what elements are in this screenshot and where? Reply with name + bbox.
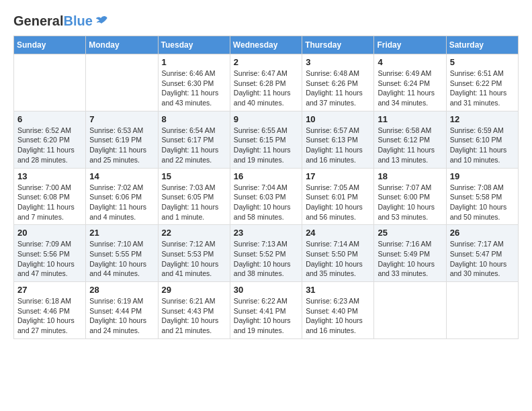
day-number: 20 [17,228,82,238]
day-info: Sunrise: 7:13 AM Sunset: 5:52 PM Dayligh… [234,239,298,279]
calendar-cell: 5Sunrise: 6:51 AM Sunset: 6:22 PM Daylig… [446,54,518,111]
weekday-header-sunday: Sunday [14,36,86,54]
day-info: Sunrise: 6:19 AM Sunset: 4:44 PM Dayligh… [89,296,154,336]
day-number: 18 [378,171,442,181]
day-info: Sunrise: 7:08 AM Sunset: 5:58 PM Dayligh… [450,183,515,222]
calendar-header-row: SundayMondayTuesdayWednesdayThursdayFrid… [14,36,519,54]
day-info: Sunrise: 6:59 AM Sunset: 6:10 PM Dayligh… [450,126,515,165]
calendar-week-row: 13Sunrise: 7:00 AM Sunset: 6:08 PM Dayli… [14,168,519,225]
calendar-cell [86,54,158,111]
calendar-cell: 17Sunrise: 7:05 AM Sunset: 6:01 PM Dayli… [302,168,374,225]
calendar-cell: 3Sunrise: 6:48 AM Sunset: 6:26 PM Daylig… [302,54,374,111]
weekday-header-tuesday: Tuesday [158,36,230,54]
day-info: Sunrise: 6:57 AM Sunset: 6:13 PM Dayligh… [306,126,370,165]
day-info: Sunrise: 6:49 AM Sunset: 6:24 PM Dayligh… [378,68,442,108]
logo-general-text: GeneralBlue [13,13,93,29]
day-number: 1 [162,57,226,67]
calendar-cell: 12Sunrise: 6:59 AM Sunset: 6:10 PM Dayli… [446,111,518,168]
day-number: 8 [162,114,226,124]
day-number: 9 [234,114,298,124]
calendar-cell [374,282,446,339]
calendar-cell [446,282,518,339]
day-number: 5 [450,57,515,67]
day-number: 16 [234,171,298,181]
calendar-cell: 1Sunrise: 6:46 AM Sunset: 6:30 PM Daylig… [158,54,230,111]
day-info: Sunrise: 6:51 AM Sunset: 6:22 PM Dayligh… [450,68,515,108]
day-info: Sunrise: 7:16 AM Sunset: 5:49 PM Dayligh… [378,239,442,279]
calendar-week-row: 1Sunrise: 6:46 AM Sunset: 6:30 PM Daylig… [14,54,519,111]
day-number: 6 [17,114,82,124]
weekday-header-wednesday: Wednesday [230,36,302,54]
calendar-cell: 19Sunrise: 7:08 AM Sunset: 5:58 PM Dayli… [446,168,518,225]
calendar-cell: 15Sunrise: 7:03 AM Sunset: 6:05 PM Dayli… [158,168,230,225]
day-number: 4 [378,57,442,67]
calendar-cell: 8Sunrise: 6:54 AM Sunset: 6:17 PM Daylig… [158,111,230,168]
calendar-cell: 9Sunrise: 6:55 AM Sunset: 6:15 PM Daylig… [230,111,302,168]
day-info: Sunrise: 7:10 AM Sunset: 5:55 PM Dayligh… [89,239,154,279]
day-number: 23 [234,228,298,238]
calendar-cell [14,54,86,111]
calendar-cell: 24Sunrise: 7:14 AM Sunset: 5:50 PM Dayli… [302,225,374,282]
day-info: Sunrise: 7:09 AM Sunset: 5:56 PM Dayligh… [17,239,82,279]
day-info: Sunrise: 7:05 AM Sunset: 6:01 PM Dayligh… [306,183,370,222]
logo: GeneralBlue [13,13,109,29]
day-number: 2 [234,57,298,67]
weekday-header-monday: Monday [86,36,158,54]
day-info: Sunrise: 6:53 AM Sunset: 6:19 PM Dayligh… [89,126,154,165]
calendar-cell: 27Sunrise: 6:18 AM Sunset: 4:46 PM Dayli… [14,282,86,339]
day-info: Sunrise: 7:12 AM Sunset: 5:53 PM Dayligh… [162,239,226,279]
day-number: 15 [162,171,226,181]
calendar-week-row: 27Sunrise: 6:18 AM Sunset: 4:46 PM Dayli… [14,282,519,339]
calendar-cell: 14Sunrise: 7:02 AM Sunset: 6:06 PM Dayli… [86,168,158,225]
day-number: 13 [17,171,82,181]
page-header: GeneralBlue [13,13,519,29]
day-number: 17 [306,171,370,181]
calendar-cell: 23Sunrise: 7:13 AM Sunset: 5:52 PM Dayli… [230,225,302,282]
day-info: Sunrise: 7:04 AM Sunset: 6:03 PM Dayligh… [234,183,298,222]
day-info: Sunrise: 6:55 AM Sunset: 6:15 PM Dayligh… [234,126,298,165]
calendar-cell: 2Sunrise: 6:47 AM Sunset: 6:28 PM Daylig… [230,54,302,111]
day-info: Sunrise: 6:52 AM Sunset: 6:20 PM Dayligh… [17,126,82,165]
day-number: 12 [450,114,515,124]
day-number: 26 [450,228,515,238]
day-number: 29 [162,285,226,295]
day-number: 3 [306,57,370,67]
calendar-cell: 16Sunrise: 7:04 AM Sunset: 6:03 PM Dayli… [230,168,302,225]
day-number: 28 [89,285,154,295]
day-number: 25 [378,228,442,238]
day-info: Sunrise: 7:07 AM Sunset: 6:00 PM Dayligh… [378,183,442,222]
day-number: 22 [162,228,226,238]
calendar-cell: 10Sunrise: 6:57 AM Sunset: 6:13 PM Dayli… [302,111,374,168]
calendar-cell: 30Sunrise: 6:22 AM Sunset: 4:41 PM Dayli… [230,282,302,339]
weekday-header-thursday: Thursday [302,36,374,54]
day-info: Sunrise: 7:00 AM Sunset: 6:08 PM Dayligh… [17,183,82,222]
calendar-cell: 11Sunrise: 6:58 AM Sunset: 6:12 PM Dayli… [374,111,446,168]
day-info: Sunrise: 6:47 AM Sunset: 6:28 PM Dayligh… [234,68,298,108]
weekday-header-saturday: Saturday [446,36,518,54]
day-info: Sunrise: 7:02 AM Sunset: 6:06 PM Dayligh… [89,183,154,222]
day-number: 7 [89,114,154,124]
day-number: 14 [89,171,154,181]
calendar-cell: 18Sunrise: 7:07 AM Sunset: 6:00 PM Dayli… [374,168,446,225]
day-number: 31 [306,285,370,295]
calendar-cell: 13Sunrise: 7:00 AM Sunset: 6:08 PM Dayli… [14,168,86,225]
day-info: Sunrise: 6:21 AM Sunset: 4:43 PM Dayligh… [162,296,226,336]
calendar-cell: 4Sunrise: 6:49 AM Sunset: 6:24 PM Daylig… [374,54,446,111]
calendar-table: SundayMondayTuesdayWednesdayThursdayFrid… [13,36,519,339]
day-info: Sunrise: 6:46 AM Sunset: 6:30 PM Dayligh… [162,68,226,108]
calendar-cell: 6Sunrise: 6:52 AM Sunset: 6:20 PM Daylig… [14,111,86,168]
calendar-cell: 28Sunrise: 6:19 AM Sunset: 4:44 PM Dayli… [86,282,158,339]
calendar-cell: 29Sunrise: 6:21 AM Sunset: 4:43 PM Dayli… [158,282,230,339]
day-info: Sunrise: 7:17 AM Sunset: 5:47 PM Dayligh… [450,239,515,279]
day-info: Sunrise: 6:23 AM Sunset: 4:40 PM Dayligh… [306,296,370,336]
day-info: Sunrise: 7:14 AM Sunset: 5:50 PM Dayligh… [306,239,370,279]
calendar-cell: 22Sunrise: 7:12 AM Sunset: 5:53 PM Dayli… [158,225,230,282]
calendar-cell: 25Sunrise: 7:16 AM Sunset: 5:49 PM Dayli… [374,225,446,282]
calendar-cell: 7Sunrise: 6:53 AM Sunset: 6:19 PM Daylig… [86,111,158,168]
day-info: Sunrise: 7:03 AM Sunset: 6:05 PM Dayligh… [162,183,226,222]
day-info: Sunrise: 6:58 AM Sunset: 6:12 PM Dayligh… [378,126,442,165]
calendar-cell: 20Sunrise: 7:09 AM Sunset: 5:56 PM Dayli… [14,225,86,282]
day-number: 19 [450,171,515,181]
calendar-week-row: 6Sunrise: 6:52 AM Sunset: 6:20 PM Daylig… [14,111,519,168]
weekday-header-friday: Friday [374,36,446,54]
